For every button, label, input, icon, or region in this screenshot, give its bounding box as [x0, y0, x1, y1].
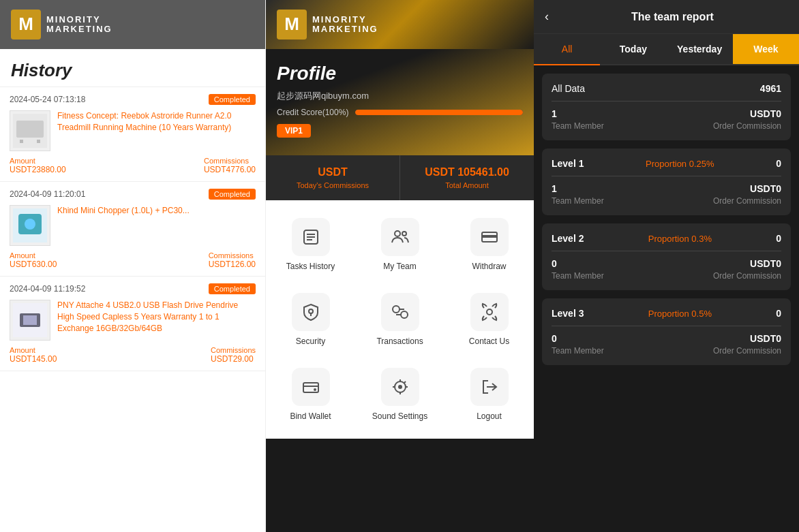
stat-label-total: Total Amount [411, 181, 523, 189]
history-panel: M MINORITY MARKETING History 2024-05-24 … [0, 0, 266, 532]
profile-logo: M MINORITY MARKETING [277, 10, 378, 40]
my-team-icon [381, 218, 419, 256]
product-name: Khind Mini Chopper (1.0L) + PC30... [57, 205, 190, 246]
vip-badge: VIP1 [277, 124, 311, 138]
tab-yesterday[interactable]: Yesterday [667, 34, 733, 64]
menu-item-withdraw[interactable]: Withdraw [444, 207, 534, 282]
level3-commission-col: USDT0 Order Commission [713, 333, 781, 356]
svg-point-30 [398, 385, 402, 389]
credit-row: Credit Score(100%) [277, 108, 523, 117]
menu-label-withdraw: Withdraw [472, 262, 506, 271]
level3-proportion: Proportion 0.5% [648, 309, 712, 319]
tab-row: All Today Yesterday Week [534, 34, 799, 65]
svg-point-28 [314, 388, 316, 391]
product-name: Fitness Concept: Reebok Astroride Runner… [57, 110, 256, 151]
back-button[interactable]: ‹ [545, 10, 549, 24]
all-data-card: All Data 4961 1 Team Member USDT0 Order … [542, 74, 791, 140]
level2-value: 0 [776, 233, 781, 244]
commissions-label: Commissions [204, 157, 256, 165]
menu-item-bind-wallet[interactable]: Bind Wallet [266, 357, 355, 432]
tab-today[interactable]: Today [600, 34, 666, 64]
svg-point-24 [393, 306, 400, 313]
level2-header: Level 2 Proportion 0.3% 0 [552, 233, 781, 244]
level3-member-count: 0 [552, 333, 604, 344]
history-amounts: Amount USDT23880.00 Commissions USDT4776… [10, 157, 256, 174]
summary-commission-value: USDT0 [713, 108, 781, 119]
stats-row: USDT Today's Commissions USDT 105461.00 … [266, 155, 534, 200]
level2-label: Level 2 [552, 233, 584, 244]
commissions-label: Commissions [209, 251, 256, 260]
svg-rect-16 [307, 236, 315, 238]
svg-rect-3 [16, 121, 44, 138]
history-logo: M MINORITY MARKETING [11, 10, 112, 40]
product-image [10, 205, 50, 246]
amount-col: Amount USDT630.00 [10, 251, 57, 269]
level1-member-count: 1 [552, 183, 604, 194]
logo-line1: MINORITY [46, 15, 112, 25]
svg-rect-21 [482, 235, 497, 238]
history-item-header: 2024-04-09 11:19:52 Completed [10, 283, 256, 294]
level3-commission-label: Order Commission [713, 346, 781, 356]
tab-week[interactable]: Week [733, 34, 799, 64]
menu-item-logout[interactable]: Logout [444, 357, 534, 432]
status-badge: Completed [209, 189, 256, 200]
level3-header: Level 3 Proportion 0.5% 0 [552, 308, 781, 319]
profile-title: Profile [277, 63, 523, 84]
menu-label-transactions: Transactions [376, 337, 423, 346]
team-report-header: ‹ The team report [534, 0, 799, 34]
history-product: Fitness Concept: Reebok Astroride Runner… [10, 110, 256, 151]
level2-commission-value: USDT0 [713, 258, 781, 269]
level3-member-col: 0 Team Member [552, 333, 604, 356]
menu-label-security: Security [296, 337, 325, 346]
history-amounts: Amount USDT145.00 Commissions USDT29.00 [10, 346, 256, 364]
menu-item-contact-us[interactable]: Contact Us [444, 282, 534, 357]
profile-header: M MINORITY MARKETING [266, 0, 534, 49]
svg-rect-5 [37, 140, 40, 143]
menu-item-sound-settings[interactable]: Sound Settings [355, 357, 444, 432]
level1-member-label: Team Member [552, 196, 604, 206]
logout-icon [470, 368, 509, 406]
profile-menu-grid: Tasks History My Team Withdraw Security … [266, 200, 534, 439]
team-content: All Data 4961 1 Team Member USDT0 Order … [534, 65, 799, 373]
commission-col: Commissions USDT4776.00 [204, 157, 256, 174]
profile-logo-text: MINORITY MARKETING [312, 15, 378, 35]
logo-icon: M [11, 10, 41, 40]
logo-line2: MARKETING [46, 25, 112, 34]
sound-settings-icon [381, 368, 419, 406]
history-date: 2024-04-09 11:19:52 [10, 284, 85, 294]
level1-value: 0 [776, 158, 781, 169]
level1-card: Level 1 Proportion 0.25% 0 1 Team Member… [542, 148, 791, 215]
product-image [10, 110, 50, 151]
menu-label-contact-us: Contact Us [469, 337, 509, 346]
svg-rect-11 [23, 315, 37, 325]
level2-member-count: 0 [552, 258, 604, 269]
menu-item-transactions[interactable]: Transactions [355, 282, 444, 357]
level2-row: 0 Team Member USDT0 Order Commission [552, 251, 781, 281]
withdraw-icon [470, 218, 509, 256]
tab-all[interactable]: All [534, 34, 600, 65]
level3-row: 0 Team Member USDT0 Order Commission [552, 326, 781, 356]
menu-item-security[interactable]: Security [266, 282, 355, 357]
stat-box-commissions: USDT Today's Commissions [266, 155, 400, 200]
amount-col: Amount USDT23880.00 [10, 157, 66, 174]
level2-commission-col: USDT0 Order Commission [713, 258, 781, 281]
history-title: History [0, 49, 265, 87]
level1-commission-value: USDT0 [713, 183, 781, 194]
level3-card: Level 3 Proportion 0.5% 0 0 Team Member … [542, 298, 791, 365]
history-item: 2024-04-09 11:20:01 Completed Khind Mini… [0, 182, 265, 277]
level1-label: Level 1 [552, 158, 584, 169]
menu-item-my-team[interactable]: My Team [355, 207, 444, 282]
level1-commission-col: USDT0 Order Commission [713, 183, 781, 206]
level3-label: Level 3 [552, 308, 584, 319]
summary-member-count: 1 [552, 108, 604, 119]
commissions-value: USDT29.00 [211, 354, 256, 364]
level1-commission-label: Order Commission [713, 196, 781, 206]
level2-commission-label: Order Commission [713, 271, 781, 281]
svg-text:M: M [284, 14, 299, 34]
commissions-value: USDT126.00 [209, 260, 256, 269]
history-item-header: 2024-05-24 07:13:18 Completed [10, 94, 256, 105]
all-data-label: All Data [552, 83, 585, 94]
menu-item-tasks-history[interactable]: Tasks History [266, 207, 355, 282]
profile-logo-line2: MARKETING [312, 25, 378, 34]
level3-commission-value: USDT0 [713, 333, 781, 344]
